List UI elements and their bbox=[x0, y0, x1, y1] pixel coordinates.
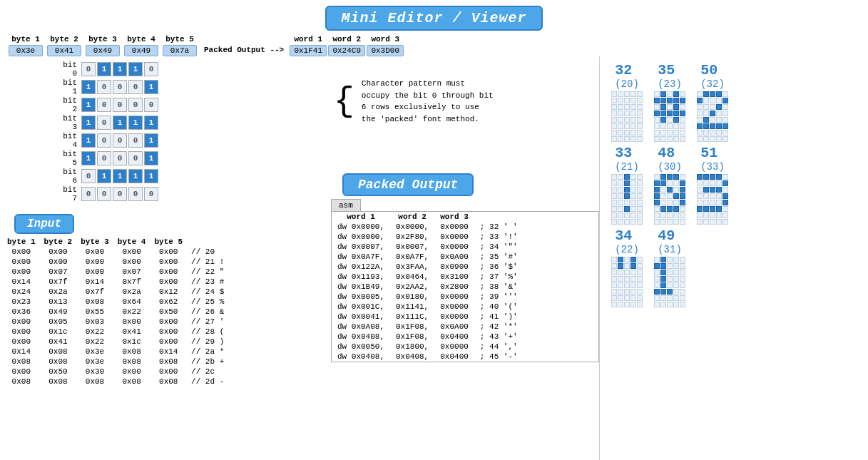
bit-cell-r2-c4[interactable]: 0 bbox=[144, 98, 158, 112]
pixel-48-22 bbox=[667, 200, 673, 205]
pixel-32-5 bbox=[611, 98, 617, 103]
bit-cell-r2-c1[interactable]: 0 bbox=[97, 98, 111, 112]
bit-cell-r4-c3[interactable]: 0 bbox=[128, 133, 143, 148]
bit-cell-r1-c0[interactable]: 1 bbox=[81, 80, 96, 94]
bit-cell-r0-c0[interactable]: 0 bbox=[81, 62, 96, 76]
bit-cell-r3-c4[interactable]: 1 bbox=[144, 116, 158, 130]
bit-cell-r2-c0[interactable]: 1 bbox=[81, 98, 96, 112]
packed-cell-r10-c1: 0x1F08, bbox=[390, 322, 434, 332]
char-number-32: 32(20) bbox=[615, 62, 639, 90]
bit-cell-r2-c3[interactable]: 0 bbox=[128, 98, 143, 112]
bit-cell-r5-c0[interactable]: 1 bbox=[81, 151, 96, 165]
bit-cell-r3-c1[interactable]: 0 bbox=[97, 116, 111, 130]
input-cell-r6-c5: // 26 & bbox=[187, 307, 228, 317]
bit-cell-r5-c3[interactable]: 0 bbox=[128, 151, 143, 165]
byte3-input[interactable] bbox=[86, 45, 120, 56]
char-item-34: 34(22) bbox=[611, 228, 643, 307]
pixel-51-32 bbox=[710, 213, 715, 218]
word-inputs-row: word 1 word 2 word 3 bbox=[290, 35, 404, 56]
input-cell-r2-c2: 0x00 bbox=[76, 267, 113, 277]
input-table-row: 0x000x050x030x000x00// 27 ' bbox=[3, 317, 228, 327]
pixel-32-10 bbox=[611, 104, 617, 110]
pixel-50-4 bbox=[723, 91, 728, 97]
pixel-34-21 bbox=[618, 282, 623, 288]
pixel-32-3 bbox=[630, 91, 636, 97]
pixel-51-35 bbox=[697, 219, 703, 225]
pixel-32-8 bbox=[630, 98, 636, 103]
pixel-50-30 bbox=[697, 130, 703, 136]
bit-cell-r5-c1[interactable]: 0 bbox=[97, 151, 111, 165]
bit-cell-r1-c3[interactable]: 0 bbox=[128, 80, 143, 94]
bit-cell-r7-c2[interactable]: 0 bbox=[113, 187, 127, 201]
bit-cell-r7-c1[interactable]: 0 bbox=[97, 187, 111, 201]
bit-cell-r3-c2[interactable]: 1 bbox=[113, 116, 127, 130]
input-cell-r9-c0: 0x00 bbox=[3, 337, 40, 347]
pixel-49-4 bbox=[680, 257, 685, 262]
pixel-33-21 bbox=[618, 200, 623, 205]
bit-cell-r6-c1[interactable]: 1 bbox=[97, 169, 111, 183]
char-pixel-grid-48 bbox=[654, 174, 685, 225]
pixel-35-13 bbox=[673, 104, 679, 110]
bit-cell-r7-c4[interactable]: 0 bbox=[144, 187, 158, 201]
bit-cell-r4-c2[interactable]: 0 bbox=[113, 133, 127, 148]
input-section-label: Input bbox=[14, 214, 74, 234]
bit-cell-r1-c1[interactable]: 0 bbox=[97, 80, 111, 94]
bit-cell-r3-c3[interactable]: 1 bbox=[128, 116, 143, 130]
packed-cell-r5-c2: 0x3100 bbox=[434, 272, 474, 282]
pixel-48-0 bbox=[654, 174, 660, 180]
word2-input[interactable] bbox=[328, 45, 365, 56]
pixel-50-36 bbox=[703, 136, 709, 142]
bit-cell-r7-c0[interactable]: 0 bbox=[81, 187, 96, 201]
word1-input[interactable] bbox=[290, 45, 327, 56]
bit-row-label-2: bit 2 bbox=[57, 96, 80, 113]
byte2-input[interactable] bbox=[47, 45, 81, 56]
pixel-34-14 bbox=[637, 270, 643, 275]
bit-cell-r7-c3[interactable]: 0 bbox=[128, 187, 143, 201]
bit-cell-r2-c2[interactable]: 0 bbox=[113, 98, 127, 112]
bit-cell-r4-c4[interactable]: 1 bbox=[144, 133, 158, 148]
bit-cell-r4-c0[interactable]: 1 bbox=[81, 133, 96, 148]
bit-cell-r6-c3[interactable]: 1 bbox=[128, 169, 143, 183]
pixel-32-13 bbox=[630, 104, 636, 110]
bit-cell-r6-c0[interactable]: 0 bbox=[81, 169, 96, 183]
input-cell-r2-c3: 0x07 bbox=[113, 267, 150, 277]
pixel-32-23 bbox=[630, 117, 636, 123]
pixel-51-33 bbox=[716, 213, 722, 218]
bit-cell-r5-c2[interactable]: 0 bbox=[113, 151, 127, 165]
pixel-35-16 bbox=[660, 111, 666, 116]
pixel-51-13 bbox=[716, 187, 722, 193]
char-number-49: 49(31) bbox=[658, 228, 682, 255]
pixel-51-27 bbox=[710, 206, 715, 212]
asm-tab[interactable]: asm bbox=[331, 199, 361, 211]
bit-row-0: bit 001110 bbox=[57, 61, 328, 78]
pixel-35-20 bbox=[654, 117, 660, 123]
bit-cell-r5-c4[interactable]: 1 bbox=[144, 151, 158, 165]
bit-cell-r0-c3[interactable]: 1 bbox=[128, 62, 143, 76]
pixel-50-5 bbox=[697, 98, 703, 103]
bit-cell-r6-c2[interactable]: 1 bbox=[113, 169, 127, 183]
packed-cell-r13-c0: dw 0x0408, bbox=[332, 352, 390, 362]
pixel-49-10 bbox=[654, 270, 660, 275]
byte5-input[interactable] bbox=[163, 45, 197, 56]
pixel-48-2 bbox=[667, 174, 673, 180]
pixel-51-31 bbox=[703, 213, 709, 218]
pixel-49-35 bbox=[654, 302, 660, 307]
byte-inputs-row: byte 1 byte 2 byte 3 byte 4 byte 5 bbox=[7, 35, 198, 56]
packed-cell-r11-c2: 0x0400 bbox=[434, 332, 474, 342]
bit-cell-r6-c4[interactable]: 1 bbox=[144, 169, 158, 183]
packed-header-1: word 2 bbox=[390, 212, 434, 222]
pixel-49-0 bbox=[654, 257, 660, 262]
pixel-48-14 bbox=[680, 187, 685, 193]
bit-cell-r4-c1[interactable]: 0 bbox=[97, 133, 111, 148]
byte1-input[interactable] bbox=[9, 45, 43, 56]
word3-input[interactable] bbox=[367, 45, 404, 56]
bit-cell-r0-c2[interactable]: 1 bbox=[113, 62, 127, 76]
bit-cell-r0-c4[interactable]: 0 bbox=[144, 62, 158, 76]
pixel-34-27 bbox=[624, 289, 630, 295]
bit-cell-r0-c1[interactable]: 1 bbox=[97, 62, 111, 76]
byte4-input[interactable] bbox=[124, 45, 158, 56]
pixel-50-24 bbox=[723, 117, 728, 123]
bit-cell-r3-c0[interactable]: 1 bbox=[81, 116, 96, 130]
bit-cell-r1-c4[interactable]: 1 bbox=[144, 80, 158, 94]
bit-cell-r1-c2[interactable]: 0 bbox=[113, 80, 127, 94]
